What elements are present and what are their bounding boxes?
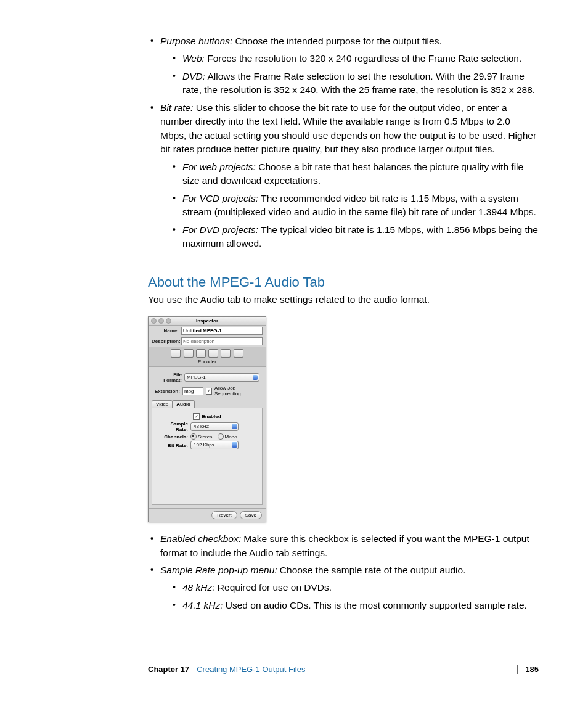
audio-panel: ✓ Enabled Sample Rate: 48 kHz Channels: … xyxy=(152,408,263,505)
toolbar-btn-3[interactable] xyxy=(196,349,206,358)
samplerate-dropdown[interactable]: 48 kHz xyxy=(190,422,239,431)
text-48: Required for use on DVDs. xyxy=(215,582,332,593)
footer-chapter: Chapter 17 xyxy=(148,665,189,674)
stereo-label: Stereo xyxy=(198,434,213,440)
footer-title: Creating MPEG-1 Output Files xyxy=(197,665,305,674)
purpose-sublist: Web: Forces the resolution to 320 x 240 … xyxy=(160,52,539,97)
toolbar-btn-6[interactable] xyxy=(234,349,243,358)
section-intro: You use the Audio tab to make settings r… xyxy=(148,293,539,306)
bitrate-dropdown[interactable]: 192 Kbps xyxy=(190,441,239,449)
term-purpose: Purpose buttons: xyxy=(160,36,232,46)
bitrate-panel-label: Bit Rate: xyxy=(157,443,188,448)
bullet-dvdproj: For DVD projects: The typical video bit … xyxy=(169,223,539,251)
toolbar-btn-1[interactable] xyxy=(171,349,181,358)
description-label: Description: xyxy=(152,339,179,344)
text-44: Used on audio CDs. This is the most comm… xyxy=(223,600,526,610)
samplerate-sublist: 48 kHz: Required for use on DVDs. 44.1 k… xyxy=(160,581,539,612)
zoom-icon[interactable] xyxy=(166,318,171,324)
text-dvd: Allows the Frame Rate selection to set t… xyxy=(182,71,535,95)
toolbar-btn-2[interactable] xyxy=(184,349,194,358)
stereo-radio[interactable] xyxy=(190,433,197,440)
allow-seg-label: Allow Job Segmenting xyxy=(214,385,259,396)
inspector-toolbar: Encoder xyxy=(149,347,266,367)
revert-button[interactable]: Revert xyxy=(211,511,237,519)
inspector-titlebar[interactable]: Inspector xyxy=(149,317,266,326)
encoder-label: Encoder xyxy=(149,358,266,367)
term-webproj: For web projects: xyxy=(182,162,256,172)
footer-page: 185 xyxy=(517,665,539,674)
close-icon[interactable] xyxy=(151,318,157,324)
inspector-footer: Revert Save xyxy=(149,508,266,522)
toolbar-btn-5[interactable] xyxy=(221,349,231,358)
bullet-webproj: For web projects: Choose a bit rate that… xyxy=(169,160,539,188)
bullet-purpose: Purpose buttons: Choose the intended pur… xyxy=(148,35,539,97)
term-enabled: Enabled checkbox: xyxy=(160,533,241,544)
inspector-title: Inspector xyxy=(196,318,218,324)
tab-video[interactable]: Video xyxy=(152,400,173,408)
description-field[interactable]: No description xyxy=(181,337,263,345)
bitrate-sublist: For web projects: Choose a bit rate that… xyxy=(160,160,539,251)
bullet-48khz: 48 kHz: Required for use on DVDs. xyxy=(169,581,539,594)
bullet-enabled: Enabled checkbox: Make sure this checkbo… xyxy=(148,532,539,560)
allow-seg-checkbox[interactable]: ✓ xyxy=(206,388,212,395)
section-heading: About the MPEG-1 Audio Tab xyxy=(148,274,539,290)
text-sr: Choose the sample rate of the output aud… xyxy=(277,565,466,575)
save-button[interactable]: Save xyxy=(240,511,262,519)
enabled-label: Enabled xyxy=(202,414,221,419)
term-web: Web: xyxy=(182,53,205,64)
term-44: 44.1 kHz: xyxy=(182,600,223,610)
fileformat-label: File Format: xyxy=(155,372,182,383)
text-bitrate: Use this slider to choose the bit rate t… xyxy=(160,102,536,154)
tab-bar: Video Audio xyxy=(152,400,263,408)
minimize-icon[interactable] xyxy=(158,318,164,324)
bullet-dvd: DVD: Allows the Frame Rate selection to … xyxy=(169,70,539,97)
bottom-bullet-list: Enabled checkbox: Make sure this checkbo… xyxy=(148,532,539,612)
term-bitrate: Bit rate: xyxy=(160,102,193,113)
name-field[interactable]: Untitled MPEG-1 xyxy=(181,327,263,335)
extension-label: Extension: xyxy=(155,388,180,394)
term-48: 48 kHz: xyxy=(182,582,215,593)
text-purpose: Choose the intended purpose for the outp… xyxy=(232,36,442,46)
bullet-vcd: For VCD projects: The recommended video … xyxy=(169,192,539,220)
tab-audio[interactable]: Audio xyxy=(172,400,195,408)
channels-label: Channels: xyxy=(157,434,188,440)
page-footer: Chapter 17 Creating MPEG-1 Output Files … xyxy=(148,665,539,674)
fileformat-dropdown[interactable]: MPEG-1 xyxy=(184,373,259,382)
name-label: Name: xyxy=(152,328,179,334)
bullet-44khz: 44.1 kHz: Used on audio CDs. This is the… xyxy=(169,599,539,612)
samplerate-label: Sample Rate: xyxy=(157,421,188,432)
traffic-lights[interactable] xyxy=(151,318,171,324)
extension-field[interactable]: mpg xyxy=(182,387,203,395)
term-dvd: DVD: xyxy=(182,71,205,81)
enabled-checkbox[interactable]: ✓ xyxy=(193,413,200,420)
top-bullet-list: Purpose buttons: Choose the intended pur… xyxy=(148,35,539,251)
bullet-bitrate: Bit rate: Use this slider to choose the … xyxy=(148,101,539,251)
text-web: Forces the resolution to 320 x 240 regar… xyxy=(205,53,521,64)
mono-radio[interactable] xyxy=(218,433,224,440)
term-sr: Sample Rate pop-up menu: xyxy=(160,565,277,575)
bullet-samplerate: Sample Rate pop-up menu: Choose the samp… xyxy=(148,564,539,612)
inspector-window: Inspector Name: Untitled MPEG-1 Descript… xyxy=(148,316,266,522)
term-vcd: For VCD projects: xyxy=(182,193,258,203)
mono-label: Mono xyxy=(225,434,237,440)
bullet-web: Web: Forces the resolution to 320 x 240 … xyxy=(169,52,539,65)
term-dvdproj: For DVD projects: xyxy=(182,224,258,235)
toolbar-btn-4[interactable] xyxy=(208,349,218,358)
